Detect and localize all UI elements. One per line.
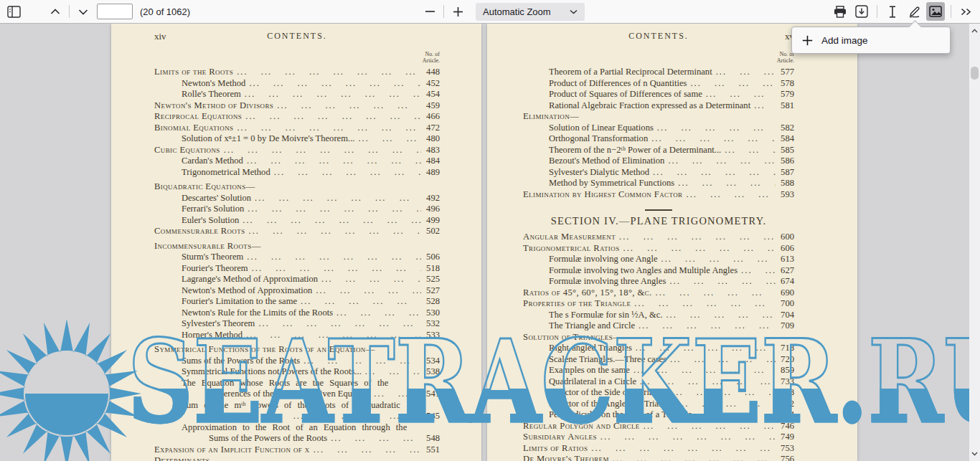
scroll-down-button[interactable] [969,448,980,460]
dot-leader: ... ... ... ... ... ... ... ... ... ... … [662,310,776,321]
toc-row: Angular Measurement ... ... ... ... ... … [523,232,794,243]
toc-row: Elimination by Highest Common Factor ...… [523,189,794,201]
toc-entry-number: 606 [776,243,794,255]
save-button[interactable] [852,2,871,21]
dot-leader: ... ... ... ... ... ... ... ... ... ... … [312,285,421,297]
text-select-icon [888,6,897,18]
toc-entry-label: Sylvester's Theorem [154,318,255,330]
toc-entry-label: Elimination by Highest Common Factor [523,189,683,201]
toc-row: Limits of the Roots ... ... ... ... ... … [154,67,440,78]
dot-leader: ... ... ... ... ... ... ... ... ... ... … [683,189,776,201]
dot-leader: ... ... ... ... ... ... ... ... ... ... … [333,308,421,319]
page-number-input[interactable] [97,4,133,19]
dot-leader: ... ... ... ... ... ... ... ... ... ... … [242,330,421,341]
toc-row: Lagrange's Method of Approximation ... .… [154,274,440,285]
page-right-title: CONTENTS. [523,31,794,42]
toc-entry-number: 448 [421,67,440,78]
dot-leader: ... ... ... ... ... ... ... ... ... ... … [270,167,421,179]
zoom-out-icon [425,11,435,12]
toc-entry-label: Fourier's Limitation to the same [154,296,297,308]
add-image-menu-item[interactable]: Add image [792,27,950,53]
dot-leader: ... ... ... ... ... ... ... ... ... ... … [636,376,776,388]
dot-leader: ... ... ... ... ... ... ... ... ... ... … [370,389,421,400]
toc-entry-label: Elimination— [523,111,579,123]
text-annotation-button[interactable] [883,2,902,21]
sidebar-toggle-button[interactable] [4,2,23,21]
dot-leader: ... ... ... ... ... ... ... ... ... ... … [666,276,776,287]
dot-leader: ... ... ... ... ... ... ... ... ... ... … [738,265,776,277]
dot-leader: ... ... ... ... ... ... ... ... ... ... … [649,167,776,179]
toc-row: Formulæ involving two Angles and Multipl… [523,265,794,277]
toc-entry-number: 548 [421,433,440,445]
toc-row: Symmetrical Functions not Powers of the … [154,366,440,378]
toc-entry-number: 492 [421,193,440,204]
toc-row: Formulæ involving three Angles ... ... .… [523,276,794,287]
toc-entry-label: Binomial Equations [154,123,233,134]
add-image-menu-label: Add image [821,35,868,46]
toc-entry-number: 528 [421,296,440,308]
print-button[interactable] [831,2,849,21]
dot-leader: ... ... ... ... ... ... ... ... ... ... … [241,89,421,100]
dot-leader: ... ... ... ... ... ... ... ... ... ... … [654,123,776,134]
toc-entry-number: 746 [776,421,794,432]
toc-row: Binomial Equations ... ... ... ... ... .… [154,123,440,134]
toc-entry-label: Commensurable Roots [154,226,245,237]
toc-entry-label: Solution of Triangles— [523,332,622,343]
dot-leader: ... ... ... ... ... ... ... ... ... ... … [244,204,421,215]
next-page-button[interactable] [74,2,93,21]
toc-entry-label: Sums of the Powers of the Roots [154,356,300,367]
toc-entry-number: 578 [776,78,794,90]
toc-entry-label: The Equation whose Roots are the Squares… [154,378,388,389]
toc-entry-number: 459 [421,100,440,112]
zoom-select[interactable]: Automatic Zoom [476,3,585,21]
dot-leader: ... ... ... ... ... ... ... ... ... ... … [243,156,421,167]
previous-page-button[interactable] [46,2,65,21]
toc-entry-label: Ratios of 45°, 60°, 15°, 18°, &c. [523,287,652,299]
toolbar-zoom-group: Automatic Zoom [420,0,585,23]
toc-entry-label: Lagrange's Method of Approximation [154,274,318,285]
dot-leader: ... ... ... ... ... ... ... ... ... ... … [721,145,776,156]
zoom-in-button[interactable] [448,2,467,21]
more-tools-button[interactable] [957,2,976,21]
scrollbar-thumb[interactable] [971,67,979,80]
toc-row: Fourier's Limitation to the same ... ...… [154,296,440,308]
toc-entry-label: Right-angled Triangles [523,343,632,354]
image-annotation-button[interactable] [926,2,945,21]
toc-row: Approximation to the Root of an Equation… [154,422,440,434]
dot-leader: ... ... ... ... ... ... ... ... ... ... … [310,445,421,456]
toc-entry-label: The Triangle and Circle [523,320,635,332]
toc-row: Sylvester's Dialytic Method ... ... ... … [523,167,794,179]
chevron-up-icon [50,9,60,15]
toc-row: Solution of xⁿ±1 = 0 by De Moivre's Theo… [154,133,440,145]
toolbar: (20 of 1062) Automatic Zoom [0,0,980,24]
toc-entry-label: Bisector of the Angle of a Triangle [523,399,674,410]
toc-entry-label: Expansion of an Implicit Function of x [154,445,310,456]
pdf-page-right: CONTENTS. xv No. of Article. Theorem of … [487,24,857,461]
toc-entry-label: Product of Differences of n Quantities [523,78,687,90]
toc-entry-number: 530 [421,308,440,319]
toc-entry-label: Subsidiary Angles [523,432,597,443]
toc-entry-label: Newton's Method of Approximation [154,285,312,297]
vertical-scrollbar[interactable] [969,24,980,461]
toc-entry-number: 704 [776,310,794,321]
zoom-out-button[interactable] [420,2,439,21]
dot-leader: ... ... ... ... ... ... ... ... ... ... … [666,354,776,366]
scroll-up-button[interactable] [969,25,980,37]
toc-entry-label: Determinants— [154,455,219,461]
toc-entry-number: 577 [776,67,794,78]
draw-annotation-button[interactable] [905,2,923,21]
toc-entry-number: 581 [776,100,794,112]
toc-row: Bezout's Method of Elimination ... ... .… [523,156,794,167]
toc-entry-label: Euler's Solution [154,215,239,227]
toc-entry-label: The s Formulæ for sin ½A, &c. [523,310,662,321]
toc-entry-number: 588 [776,178,794,189]
toc-entry-number: 586 [776,156,794,167]
toc-entry-label: Quadrilateral in a Circle [523,376,636,388]
toc-entry-label: Angular Measurement [523,232,616,243]
dot-leader: ... ... ... ... ... ... ... ... ... ... … [233,67,421,78]
toc-entry-number: 541 [421,389,440,400]
toc-entry-number: 483 [421,145,440,156]
dot-leader: ... ... ... ... ... ... ... ... ... ... … [692,409,776,421]
toc-entry-number: 753 [776,443,794,455]
toc-entry-label: Trigonometrical Ratios [523,243,620,255]
